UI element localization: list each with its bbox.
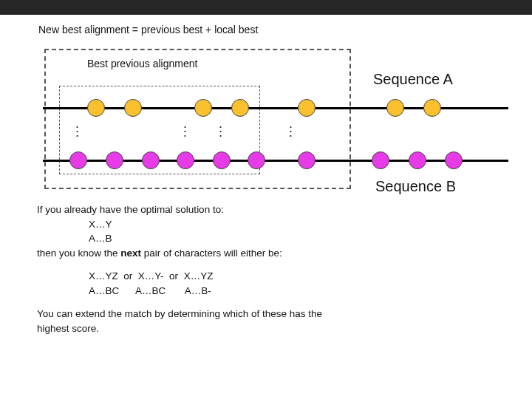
seq-b-node <box>298 151 316 169</box>
vertical-dots-icon: . . . <box>75 121 79 134</box>
vertical-dots-icon: . . . <box>219 121 222 134</box>
inner-box-label: Best previous alignment <box>87 58 197 69</box>
intro2a: then you know the <box>37 248 120 259</box>
intro2b: next <box>120 248 141 259</box>
intro-line: If you already have the optimal solution… <box>37 202 532 217</box>
seq-b-node <box>409 151 426 169</box>
seq-b-node <box>372 151 389 169</box>
vertical-dots-icon: . . . <box>183 121 187 134</box>
seq-b-node <box>248 151 265 169</box>
seq-a-node <box>386 99 404 117</box>
options-row-bottom: A…BC A…BC A…B- <box>37 284 532 299</box>
alignment-diagram: Best previous alignment Sequence A Seque… <box>0 41 532 189</box>
closing-text: You can extend the match by determining … <box>37 307 347 335</box>
intro-text: If you already have the optimal solution… <box>37 202 532 260</box>
sequence-b-label: Sequence B <box>375 178 456 195</box>
opt3-bot: A…B- <box>185 285 211 296</box>
intro-line-2: then you know the next pair of character… <box>37 246 532 261</box>
opt1-top: X…YZ <box>89 270 118 282</box>
or1: or <box>123 270 132 282</box>
title-line: New best alignment = previous best + loc… <box>38 24 532 35</box>
opt3-top: X…YZ <box>184 270 214 282</box>
sequence-a-label: Sequence A <box>373 71 453 88</box>
known-pair-top: X…Y <box>37 217 532 232</box>
seq-b-node <box>177 151 194 169</box>
seq-b-node <box>213 151 231 169</box>
options-row-top: X…YZ or X…Y- or X…YZ <box>37 269 532 284</box>
opt1-bot: A…BC <box>89 285 119 296</box>
seq-a-node <box>87 99 105 117</box>
seq-b-node <box>69 151 87 169</box>
slide-header-bar <box>0 0 532 15</box>
intro2c: pair of characters will either be: <box>141 248 282 259</box>
opt2-bot: A…BC <box>135 285 166 296</box>
vertical-dots-icon: . . . <box>289 121 293 134</box>
slide-content: New best alignment = previous best + loc… <box>0 24 532 336</box>
seq-b-node <box>445 151 463 169</box>
or2: or <box>169 270 178 282</box>
extension-options: X…YZ or X…Y- or X…YZ A…BC A…BC A…B- <box>37 269 532 298</box>
seq-a-node <box>423 99 441 117</box>
seq-a-node <box>194 99 212 117</box>
known-pair-bottom: A…B <box>37 231 532 246</box>
seq-b-node <box>142 151 160 169</box>
seq-b-node <box>106 151 123 169</box>
seq-a-node <box>124 99 142 117</box>
seq-a-node <box>231 99 249 117</box>
opt2-top: X…Y- <box>138 270 164 282</box>
seq-a-node <box>298 99 316 117</box>
